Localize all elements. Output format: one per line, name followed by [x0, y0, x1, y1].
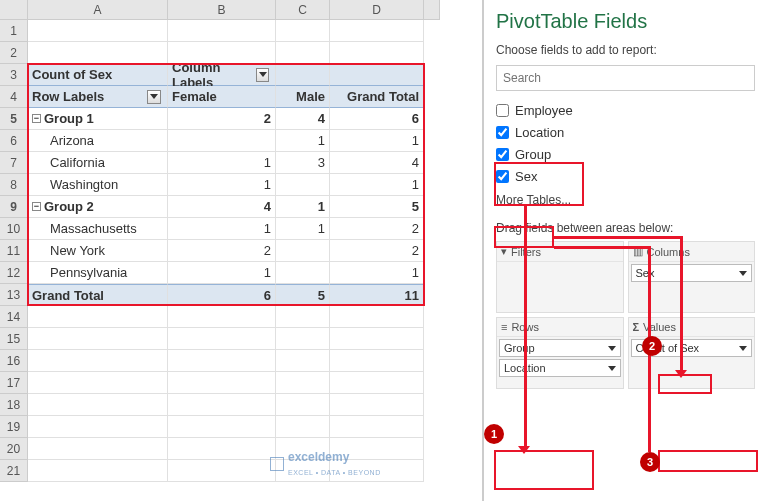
more-tables-link[interactable]: More Tables... [496, 193, 755, 207]
collapse-icon[interactable]: − [32, 114, 41, 123]
row-header[interactable]: 4 [0, 86, 28, 108]
col-female[interactable]: Female [168, 86, 276, 108]
annotation-badge-1: 1 [484, 424, 504, 444]
row-header[interactable]: 3 [0, 64, 28, 86]
rows-icon: ≡ [501, 321, 507, 333]
column-header-C[interactable]: C [276, 0, 330, 20]
row-header[interactable]: 17 [0, 372, 28, 394]
checkbox-icon[interactable] [496, 148, 509, 161]
grand-total-row[interactable]: Grand Total [28, 284, 168, 306]
group-2-row[interactable]: −Group 2 [28, 196, 168, 218]
state-pennsylvania[interactable]: Pennsylvania [28, 262, 168, 284]
field-location[interactable]: Location [496, 121, 755, 143]
arrow-head-icon [518, 446, 530, 454]
field-employee[interactable]: Employee [496, 99, 755, 121]
search-input[interactable] [496, 65, 755, 91]
chevron-down-icon[interactable] [739, 346, 747, 351]
row-header[interactable]: 1 [0, 20, 28, 42]
annotation-badge-2: 2 [642, 336, 662, 356]
row-header[interactable]: 19 [0, 416, 28, 438]
chevron-down-icon[interactable] [739, 271, 747, 276]
state-arizona[interactable]: Arizona [28, 130, 168, 152]
field-group[interactable]: Group [496, 143, 755, 165]
annotation-arrow [554, 246, 650, 249]
annotation-arrow [680, 236, 683, 372]
row-header[interactable]: 11 [0, 240, 28, 262]
pill-location[interactable]: Location [499, 359, 621, 377]
annotation-box-values-pill [658, 450, 758, 472]
row-header[interactable]: 5 [0, 108, 28, 130]
annotation-badge-3: 3 [640, 452, 660, 472]
arrow-head-icon [675, 370, 687, 378]
chevron-down-icon[interactable] [608, 366, 616, 371]
annotation-box-rows-pills [494, 450, 594, 490]
area-columns[interactable]: ▥Columns Sex [628, 241, 756, 313]
drag-areas-label: Drag fields between areas below: [496, 221, 755, 235]
collapse-icon[interactable]: − [32, 202, 41, 211]
sigma-icon: Σ [633, 321, 640, 333]
row-header[interactable]: 6 [0, 130, 28, 152]
row-header[interactable]: 9 [0, 196, 28, 218]
row-header[interactable]: 16 [0, 350, 28, 372]
pivot-row-labels[interactable]: Row Labels [28, 86, 168, 108]
state-massachusetts[interactable]: Massachusetts [28, 218, 168, 240]
state-california[interactable]: California [28, 152, 168, 174]
checkbox-icon[interactable] [496, 170, 509, 183]
area-filters[interactable]: ▾Filters [496, 241, 624, 313]
checkbox-icon[interactable] [496, 126, 509, 139]
column-header-gutter [424, 0, 440, 20]
state-washington[interactable]: Washington [28, 174, 168, 196]
field-sex[interactable]: Sex [496, 165, 755, 187]
row-header[interactable]: 10 [0, 218, 28, 240]
column-headers-row: A B C D [0, 0, 482, 20]
row-labels-dropdown-icon[interactable] [147, 90, 161, 104]
pane-subtitle: Choose fields to add to report: [496, 43, 755, 57]
row-header[interactable]: 18 [0, 394, 28, 416]
pivot-count-header[interactable]: Count of Sex [28, 64, 168, 86]
row-header[interactable]: 15 [0, 328, 28, 350]
row-header[interactable]: 21 [0, 460, 28, 482]
chevron-down-icon[interactable] [608, 346, 616, 351]
column-header-A[interactable]: A [28, 0, 168, 20]
group-1-row[interactable]: −Group 1 [28, 108, 168, 130]
annotation-arrow [554, 236, 682, 239]
col-male[interactable]: Male [276, 86, 330, 108]
column-header-D[interactable]: D [330, 0, 424, 20]
pivot-fields-pane: PivotTable Fields Choose fields to add t… [483, 0, 767, 501]
row-header[interactable]: 12 [0, 262, 28, 284]
pill-group[interactable]: Group [499, 339, 621, 357]
row-header[interactable]: 7 [0, 152, 28, 174]
column-labels-dropdown-icon[interactable] [256, 68, 269, 82]
pivot-column-labels[interactable]: Column Labels [168, 64, 276, 86]
row-header[interactable]: 2 [0, 42, 28, 64]
row-header[interactable]: 20 [0, 438, 28, 460]
col-grand-total[interactable]: Grand Total [330, 86, 424, 108]
filter-icon: ▾ [501, 245, 507, 258]
row-header[interactable]: 13 [0, 284, 28, 306]
column-header-B[interactable]: B [168, 0, 276, 20]
checkbox-icon[interactable] [496, 104, 509, 117]
select-all-corner[interactable] [0, 0, 28, 20]
row-header[interactable]: 14 [0, 306, 28, 328]
annotation-arrow [524, 206, 527, 448]
watermark: exceldemy EXCEL • DATA • BEYOND [270, 450, 381, 478]
spreadsheet-grid: A B C D 1 2 3 Count of Sex Column Labels… [0, 0, 483, 501]
state-newyork[interactable]: New York [28, 240, 168, 262]
pane-title: PivotTable Fields [496, 10, 755, 33]
watermark-icon [270, 457, 284, 471]
row-header[interactable]: 8 [0, 174, 28, 196]
area-rows[interactable]: ≡Rows Group Location [496, 317, 624, 389]
